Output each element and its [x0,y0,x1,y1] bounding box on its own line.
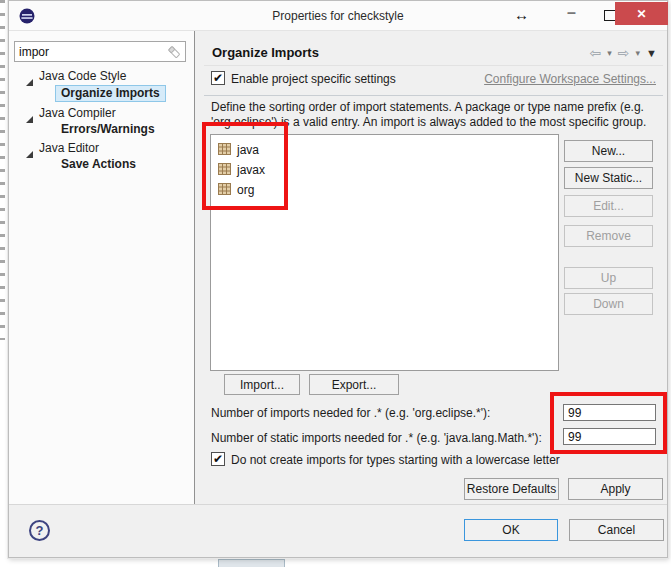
list-item-label: org [237,183,254,197]
divider [204,65,663,66]
remove-button[interactable]: Remove [564,225,653,247]
list-item-label: java [237,143,259,157]
clear-filter-icon[interactable] [167,45,182,64]
sidebar-item-java-compiler[interactable]: Java Compiler [39,106,116,120]
close-icon: ✕ [636,7,646,21]
enable-project-settings-checkbox[interactable]: ✔ [211,71,225,85]
imports-threshold-input[interactable] [563,404,656,421]
filter-search-box [14,41,186,62]
sidebar-item-errors-warnings[interactable]: Errors/Warnings [61,122,155,136]
edit-button[interactable]: Edit... [564,195,653,217]
page-title: Organize Imports [212,45,319,60]
list-item[interactable]: javax [218,160,558,180]
sidebar-item-organize-imports[interactable]: Organize Imports [55,85,166,102]
resize-icon[interactable]: ↔ [514,6,529,23]
new-static-button[interactable]: New Static... [564,167,653,189]
cancel-button[interactable]: Cancel [569,519,664,541]
help-button[interactable]: ? [29,520,50,541]
titlebar[interactable]: Properties for checkstyle ↔ – ✕ [9,1,667,31]
background-fragment [218,559,285,567]
lowercase-imports-label: Do not create imports for types starting… [231,453,560,467]
history-navigation: ⇦ ▾ ⇨ ▾ ▼ [590,46,657,60]
sidebar-item-java-editor[interactable]: Java Editor [39,141,99,155]
up-button[interactable]: Up [564,267,653,289]
static-imports-threshold-label: Number of static imports needed for .* (… [211,431,542,445]
list-item[interactable]: java [218,140,558,160]
divider [9,504,667,505]
configure-workspace-settings-link[interactable]: Configure Workspace Settings... [484,72,656,86]
minimize-icon[interactable]: – [567,4,576,22]
filter-input[interactable] [15,42,163,61]
sidebar-item-java-code-style[interactable]: Java Code Style [39,69,126,83]
expand-triangle-icon[interactable] [25,145,34,163]
package-icon [218,163,231,178]
enable-project-settings-label: Enable project specific settings [231,72,396,86]
view-menu-icon[interactable]: ▼ [646,48,657,59]
import-group-list[interactable]: java javax [210,134,559,371]
package-icon [218,143,231,158]
back-icon[interactable]: ⇦ [590,46,602,60]
import-button[interactable]: Import... [224,374,300,395]
lowercase-imports-checkbox[interactable]: ✔ [211,452,225,466]
ok-button[interactable]: OK [464,519,558,541]
expand-triangle-icon[interactable] [25,110,34,128]
sidebar: Java Code Style Organize Imports Java Co… [9,31,195,504]
back-menu-icon[interactable]: ▾ [607,49,612,58]
package-icon [218,183,231,198]
static-imports-threshold-input[interactable] [563,428,656,445]
new-button[interactable]: New... [564,140,653,162]
export-button[interactable]: Export... [309,374,399,395]
apply-button[interactable]: Apply [568,478,663,500]
description-text: Define the sorting order of import state… [211,100,667,130]
list-item[interactable]: org [218,180,558,200]
divider [204,95,663,96]
list-item-label: javax [237,163,265,177]
imports-threshold-label: Number of imports needed for .* (e.g. 'o… [211,406,490,420]
check-icon: ✔ [213,71,223,85]
background-window-fragment [0,0,5,340]
down-button[interactable]: Down [564,293,653,315]
close-button[interactable]: ✕ [615,2,668,25]
restore-defaults-button[interactable]: Restore Defaults [464,478,559,500]
check-icon: ✔ [213,452,223,466]
help-icon: ? [36,523,44,538]
forward-menu-icon[interactable]: ▾ [636,49,641,58]
forward-icon[interactable]: ⇨ [618,46,630,60]
sidebar-item-save-actions[interactable]: Save Actions [61,157,136,171]
properties-dialog: Properties for checkstyle ↔ – ✕ Java Cod… [8,0,668,558]
expand-triangle-icon[interactable] [25,73,34,91]
